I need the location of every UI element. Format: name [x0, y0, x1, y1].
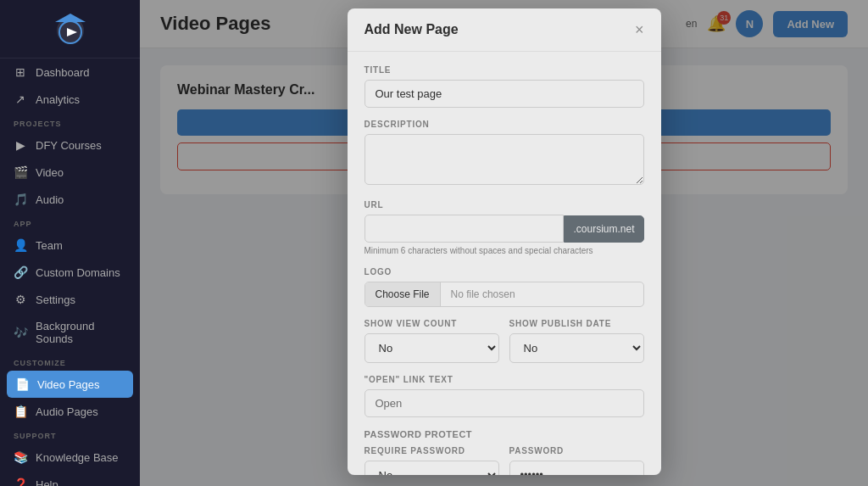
title-label: TITLE	[364, 65, 644, 75]
sidebar-item-background-sounds[interactable]: 🎶 Background Sounds	[0, 313, 140, 352]
show-publish-date-label: SHOW PUBLISH DATE	[509, 319, 644, 328]
sidebar-nav: ⊞ Dashboard↗ AnalyticsPROJECTS▶ DFY Cour…	[0, 59, 140, 486]
show-publish-date-select[interactable]: No Yes	[509, 333, 644, 363]
sidebar: ⊞ Dashboard↗ AnalyticsPROJECTS▶ DFY Cour…	[0, 0, 140, 486]
password-protect-label: PASSWORD PROTECT	[364, 429, 644, 439]
video-pages-icon: 📄	[15, 377, 29, 391]
sidebar-section-projects: PROJECTS	[0, 113, 140, 131]
password-label: Password	[509, 446, 644, 455]
title-field-group: TITLE	[364, 65, 644, 108]
dashboard-icon: ⊞	[14, 65, 27, 79]
password-input[interactable]	[509, 461, 644, 475]
sidebar-item-audio[interactable]: 🎵 Audio	[0, 186, 140, 213]
knowledge-base-icon: 📚	[14, 450, 27, 464]
sidebar-item-label-dashboard: Dashboard	[36, 66, 90, 79]
sidebar-item-dfy-courses[interactable]: ▶ DFY Courses	[0, 131, 140, 159]
sidebar-item-video-pages[interactable]: 📄 Video Pages	[7, 371, 133, 398]
sidebar-item-label-team: Team	[36, 239, 63, 252]
sidebar-item-label-settings: Settings	[36, 293, 75, 306]
url-field-group: URL .coursium.net Minimum 6 characters w…	[364, 200, 644, 255]
sidebar-item-analytics[interactable]: ↗ Analytics	[0, 86, 140, 113]
custom-domains-icon: 🔗	[14, 265, 27, 279]
sidebar-item-label-audio-pages: Audio Pages	[36, 405, 98, 418]
sidebar-item-label-dfy-courses: DFY Courses	[36, 139, 102, 152]
settings-icon: ⚙	[14, 293, 27, 306]
title-input[interactable]	[364, 80, 644, 108]
logo-label: LOGO	[364, 267, 644, 277]
description-field-group: DESCRIPTION	[364, 120, 644, 188]
modal-title: Add New Page	[364, 22, 459, 37]
sidebar-item-label-video: Video	[36, 166, 64, 179]
url-input[interactable]	[364, 215, 565, 243]
view-count-publish-date-row: SHOW VIEW COUNT No Yes SHOW PUBLISH DATE…	[364, 319, 644, 375]
sidebar-item-help[interactable]: ❓ Help	[0, 471, 140, 486]
audio-icon: 🎵	[14, 193, 27, 206]
show-publish-date-group: SHOW PUBLISH DATE No Yes	[509, 319, 644, 363]
sidebar-item-label-custom-domains: Custom Domains	[36, 266, 120, 279]
url-input-group: .coursium.net	[364, 215, 644, 243]
open-link-text-input[interactable]	[364, 389, 644, 417]
show-view-count-group: SHOW VIEW COUNT No Yes	[364, 319, 499, 363]
sidebar-item-label-analytics: Analytics	[36, 93, 80, 106]
sidebar-section-app: APP	[0, 213, 140, 232]
show-view-count-select[interactable]: No Yes	[364, 333, 499, 363]
password-group: Password	[509, 446, 644, 475]
file-input-wrapper: Choose File No file chosen	[364, 282, 644, 307]
sidebar-item-label-knowledge-base: Knowledge Base	[36, 451, 119, 464]
url-hint: Minimum 6 characters without spaces and …	[364, 246, 644, 255]
logo-field-group: LOGO Choose File No file chosen	[364, 267, 644, 307]
sidebar-section-customize: CUSTOMIZE	[0, 352, 140, 371]
modal-overlay: Add New Page × TITLE DESCRIPTION URL	[140, 0, 868, 486]
require-password-select[interactable]: No Yes	[364, 461, 499, 475]
modal-body: TITLE DESCRIPTION URL .coursium.net Mini…	[348, 52, 661, 475]
file-choose-button[interactable]: Choose File	[365, 282, 441, 306]
sidebar-item-audio-pages[interactable]: 📋 Audio Pages	[0, 398, 140, 425]
sidebar-item-custom-domains[interactable]: 🔗 Custom Domains	[0, 259, 140, 286]
help-icon: ❓	[14, 478, 27, 486]
description-input[interactable]	[364, 134, 644, 185]
url-label: URL	[364, 200, 644, 209]
modal-close-button[interactable]: ×	[635, 22, 644, 37]
background-sounds-icon: 🎶	[14, 326, 27, 339]
dfy-courses-icon: ▶	[14, 138, 27, 152]
sidebar-item-video[interactable]: 🎬 Video	[0, 159, 140, 186]
sidebar-item-label-video-pages: Video Pages	[37, 378, 100, 391]
open-link-text-label: "OPEN" LINK TEXT	[364, 375, 644, 384]
file-name-display: No file chosen	[441, 282, 526, 306]
audio-pages-icon: 📋	[14, 405, 27, 418]
show-view-count-label: SHOW VIEW COUNT	[364, 319, 499, 328]
url-suffix: .coursium.net	[564, 215, 643, 243]
sidebar-section-support: SUPPORT	[0, 425, 140, 444]
sidebar-logo	[0, 0, 140, 59]
modal-header: Add New Page ×	[348, 8, 661, 52]
sidebar-item-team[interactable]: 👤 Team	[0, 232, 140, 259]
main-content-area: Video Pages en 🔔 31 N Add New Webinar Ma…	[140, 0, 868, 486]
sidebar-item-dashboard[interactable]: ⊞ Dashboard	[0, 59, 140, 86]
sidebar-item-label-audio: Audio	[36, 193, 64, 206]
sidebar-item-label-background-sounds: Background Sounds	[36, 320, 126, 345]
description-label: DESCRIPTION	[364, 120, 644, 129]
open-link-text-group: "OPEN" LINK TEXT	[364, 375, 644, 417]
password-protect-group: PASSWORD PROTECT Require Password No Yes…	[364, 429, 644, 475]
video-icon: 🎬	[14, 165, 27, 179]
require-password-label: Require Password	[364, 446, 499, 455]
sidebar-item-settings[interactable]: ⚙ Settings	[0, 286, 140, 313]
password-protect-row: Require Password No Yes Password	[364, 446, 644, 475]
add-new-page-modal: Add New Page × TITLE DESCRIPTION URL	[348, 8, 661, 475]
sidebar-item-label-help: Help	[36, 478, 58, 487]
team-icon: 👤	[14, 238, 27, 252]
analytics-icon: ↗	[14, 92, 27, 106]
require-password-group: Require Password No Yes	[364, 446, 499, 475]
sidebar-item-knowledge-base[interactable]: 📚 Knowledge Base	[0, 444, 140, 471]
